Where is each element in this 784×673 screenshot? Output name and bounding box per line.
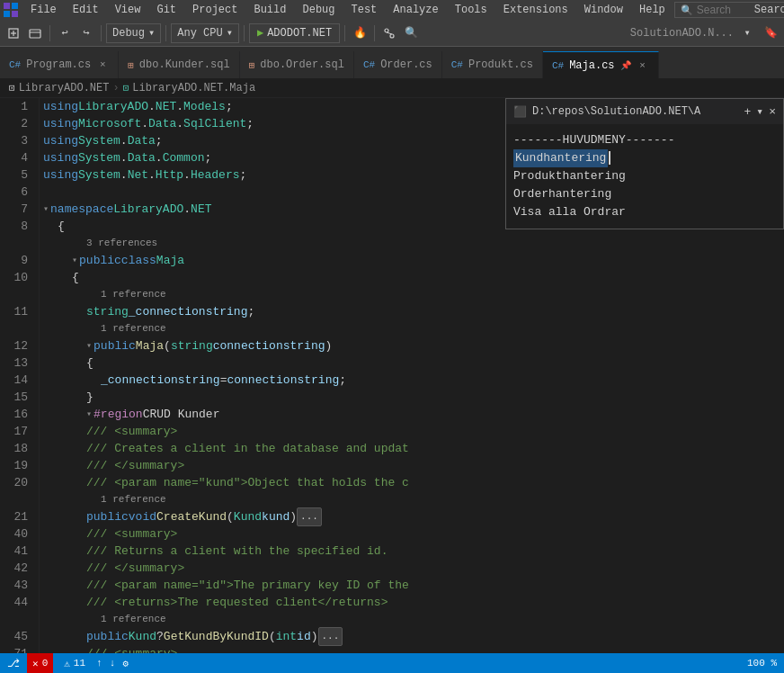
svg-rect-0 — [4, 3, 10, 9]
terminal-add-btn[interactable]: + — [744, 105, 752, 119]
breadcrumb-project[interactable]: LibraryADO.NET — [19, 82, 110, 94]
tab-order-sql[interactable]: ⊞ dbo.Order.sql — [240, 51, 354, 78]
terminal-close-btn[interactable]: × — [769, 105, 776, 119]
menu-git[interactable]: Git — [149, 0, 183, 20]
new-project-btn[interactable] — [4, 23, 23, 43]
terminal-content: -------HUVUDMENY------- Kundhantering Pr… — [506, 124, 783, 229]
menu-analyze[interactable]: Analyze — [386, 0, 445, 20]
code-line: ▾public class Maja — [40, 252, 784, 269]
tab-icon-produkt: C# — [451, 59, 463, 70]
bookmark-btn[interactable]: 🔖 — [761, 23, 780, 43]
terminal-dropdown-btn[interactable]: ▾ — [756, 104, 763, 119]
tab-label-produkt: Produkt.cs — [468, 58, 533, 71]
collapse-arrow-icon[interactable]: ▾ — [86, 337, 92, 354]
tab-maja-cs[interactable]: C# Maja.cs 📌 × — [543, 51, 659, 78]
config-label: Debug — [112, 27, 145, 40]
code-line: 1 reference — [40, 611, 784, 628]
git-btn[interactable] — [379, 23, 399, 43]
down-arrow-btn[interactable]: ↓ — [110, 658, 116, 669]
menu-extensions[interactable]: Extensions — [496, 0, 575, 20]
svg-rect-3 — [12, 11, 18, 17]
solution-dropdown-btn[interactable]: ▾ — [737, 23, 757, 43]
tab-pin-maja[interactable]: 📌 — [620, 60, 631, 71]
code-line: ▾public Maja(string connectionstring) — [40, 337, 784, 354]
tab-produkt-cs[interactable]: C# Produkt.cs — [442, 51, 543, 78]
tab-label-kunder: dbo.Kunder.sql — [139, 58, 230, 71]
tab-label-program: Program.cs — [26, 58, 91, 71]
warning-count: 11 — [74, 658, 85, 669]
svg-rect-1 — [12, 3, 18, 9]
collapse-arrow-icon[interactable]: ▾ — [72, 252, 77, 269]
collapse-arrow-icon[interactable]: ▾ — [86, 406, 92, 423]
git-icon: ⎇ — [7, 657, 20, 670]
open-btn[interactable] — [25, 23, 45, 43]
toolbar-sep-5 — [344, 25, 345, 41]
tab-icon-maja: C# — [552, 60, 564, 71]
terminal-menu-item-1: Kundhantering — [513, 149, 776, 167]
status-left: ⎇ ✕ 0 ⚠ 11 ↑ ↓ ⚙ — [7, 653, 129, 673]
code-line: } — [40, 389, 784, 406]
code-line: /// <summary> — [40, 645, 784, 653]
code-line: public void CreateKund(Kund kund)... — [40, 508, 784, 525]
tab-label-order-sql: dbo.Order.sql — [260, 58, 344, 71]
menu-view[interactable]: View — [108, 0, 148, 20]
error-count: 0 — [42, 658, 49, 669]
code-line: /// <summary> — [40, 525, 784, 543]
error-indicator[interactable]: ✕ 0 — [27, 653, 53, 673]
toolbar-sep-3 — [165, 25, 166, 41]
tab-close-maja[interactable]: × — [637, 59, 649, 72]
zoom-level: 100 % — [747, 658, 777, 669]
menu-edit[interactable]: Edit — [66, 0, 106, 20]
error-icon: ✕ — [32, 658, 39, 669]
warning-indicator[interactable]: ⚠ 11 — [60, 658, 89, 669]
code-line: 1 reference — [40, 286, 784, 303]
code-line: 1 reference — [40, 320, 784, 337]
code-line: string _connectionstring; — [40, 303, 784, 320]
settings-icon[interactable]: ⚙ — [122, 658, 129, 669]
menu-window[interactable]: Window — [577, 0, 630, 20]
redo-btn[interactable]: ↪ — [76, 23, 96, 43]
menu-file[interactable]: File — [23, 0, 64, 20]
menu-build[interactable]: Build — [246, 0, 293, 20]
tab-program-cs[interactable]: C# Program.cs × — [0, 51, 119, 78]
tab-order-cs[interactable]: C# Order.cs — [354, 51, 442, 78]
find-btn[interactable]: 🔍 — [401, 23, 421, 43]
svg-point-8 — [385, 29, 388, 32]
play-button[interactable]: ▶ ADODOT.NET — [249, 23, 340, 43]
code-line: /// <returns>The requested client</retur… — [40, 594, 784, 611]
menu-test[interactable]: Test — [344, 0, 385, 20]
search-box[interactable]: 🔍 Search ▾ — [674, 2, 784, 18]
breadcrumb: ⊡ LibraryADO.NET › ⊡ LibraryADO.NET.Maja — [0, 78, 784, 98]
svg-point-9 — [390, 34, 394, 38]
tab-icon-kunder: ⊞ — [128, 59, 134, 71]
menu-tools[interactable]: Tools — [448, 0, 494, 20]
toolbar-sep-2 — [101, 25, 102, 41]
code-line: /// <param name="kund">Object that holds… — [40, 474, 784, 491]
warning-icon: ⚠ — [64, 658, 70, 669]
tab-close-program[interactable]: × — [96, 58, 109, 71]
hot-reload-btn[interactable]: 🔥 — [350, 23, 370, 43]
terminal-icon: ⬛ — [513, 105, 527, 119]
breadcrumb-namespace[interactable]: LibraryADO.NET.Maja — [132, 82, 255, 94]
platform-dropdown[interactable]: Any CPU ▾ — [171, 23, 239, 43]
terminal-panel: ⬛ D:\repos\SolutionADO.NET\A + ▾ × -----… — [505, 98, 784, 229]
app-logo — [4, 3, 18, 17]
menu-help[interactable]: Help — [632, 0, 673, 20]
search-input[interactable] — [697, 4, 751, 16]
platform-label: Any CPU — [177, 27, 222, 40]
line-numbers: 1234567891011121314151617181920214041424… — [0, 98, 40, 653]
menu-project[interactable]: Project — [185, 0, 245, 20]
terminal-menu-header: -------HUVUDMENY------- — [513, 131, 776, 149]
up-arrow-btn[interactable]: ↑ — [96, 658, 102, 669]
tab-icon-order: C# — [363, 59, 375, 70]
undo-btn[interactable]: ↩ — [55, 23, 75, 43]
tab-kunder-sql[interactable]: ⊞ dbo.Kunder.sql — [119, 51, 239, 78]
terminal-title: D:\repos\SolutionADO.NET\A — [532, 105, 739, 118]
toolbar: ↩ ↪ Debug ▾ Any CPU ▾ ▶ ADODOT.NET 🔥 🔍 S… — [0, 20, 784, 47]
code-line: /// Returns a client with the specified … — [40, 543, 784, 560]
code-line: /// Creates a client in the database and… — [40, 440, 784, 457]
config-dropdown[interactable]: Debug ▾ — [106, 23, 161, 43]
svg-rect-2 — [4, 11, 10, 17]
menu-debug[interactable]: Debug — [295, 0, 342, 20]
collapse-arrow-icon[interactable]: ▾ — [43, 201, 49, 218]
